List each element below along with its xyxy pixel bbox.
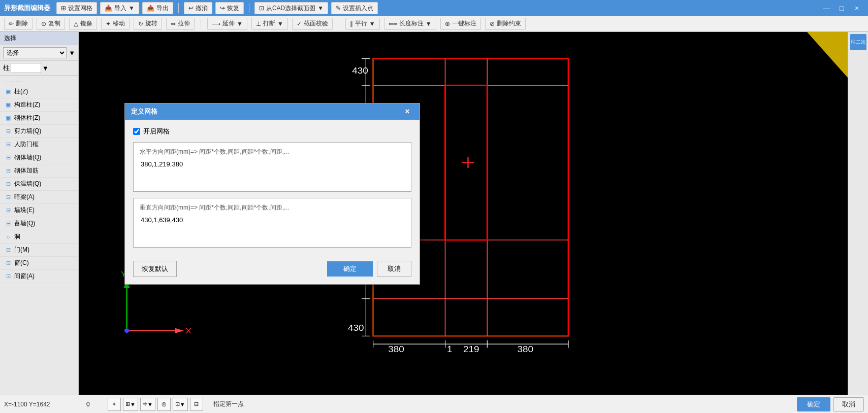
undo-button[interactable]: ↩ 撤消 — [184, 2, 212, 14]
object-snap-button[interactable]: ⊡ ▼ — [173, 398, 188, 411]
move-button[interactable]: ✦ 移动 — [101, 18, 130, 30]
define-grid-dialog: 定义网格 × 开启网格 水平方向间距(mm)=> 间距*个数,间距,间距*个数,… — [124, 103, 420, 285]
stretch-button[interactable]: ⇔ 拉伸 — [166, 18, 195, 30]
svg-text:X: X — [186, 327, 192, 335]
restore-default-button[interactable]: 恢复默认 — [133, 261, 177, 277]
dialog-titlebar: 定义网格 × — [125, 104, 420, 120]
horizontal-input[interactable]: 380,1,219,380 — [140, 159, 405, 185]
status-number: 0 — [86, 401, 102, 408]
mirror-icon: △ — [74, 20, 78, 27]
status-confirm-buttons: 确定 取消 — [797, 397, 864, 411]
sidebar-item-label: 构造柱(Z) — [14, 100, 40, 109]
sidebar-select-row: 选择 ▼ — [0, 45, 78, 61]
cad-icon: ⊡ — [259, 5, 264, 12]
column-input[interactable] — [11, 63, 41, 73]
separator-3 — [201, 19, 201, 29]
rotate-button[interactable]: ↻ 旋转 — [134, 18, 162, 30]
sidebar-item-masonry-reinforce[interactable]: ⊟ 砌体加筋 — [0, 164, 78, 178]
sidebar-item-masonry-wall[interactable]: ⊟ 砌体墙(Q) — [0, 151, 78, 164]
sidebar-item-reservoir-wall[interactable]: ⊟ 蓄墙(Q) — [0, 217, 78, 230]
bottom-confirm-button[interactable]: 确定 — [797, 397, 830, 411]
minimize-button[interactable]: — — [819, 1, 833, 15]
export-button[interactable]: 📤 导出 — [142, 2, 173, 14]
sidebar-header: 选择 — [0, 32, 78, 45]
grid-toggle-button[interactable]: ⊞ ▼ — [123, 398, 138, 411]
sidebar-item-hole[interactable]: ○ 洞 — [0, 230, 78, 244]
move-icon: ✦ — [106, 20, 111, 27]
ortho-arrow: ▼ — [147, 401, 153, 407]
sidebar-item-shear-wall[interactable]: ⊟ 剪力墙(Q) — [0, 125, 78, 138]
check-icon: ✓ — [297, 20, 302, 27]
column-secondary-button[interactable]: 柱二次 — [850, 34, 866, 50]
masonry-icon: ▣ — [4, 114, 12, 122]
sidebar-item-masonry-column[interactable]: ▣ 砌体柱(Z) — [0, 112, 78, 125]
select-dropdown[interactable]: 选择 — [3, 47, 67, 58]
sidebar-item-column[interactable]: ▣ 柱(Z) — [0, 85, 78, 98]
sidebar-item-label: 剪力墙(Q) — [14, 127, 41, 135]
sidebar-item-label: 蓄墙(Q) — [14, 219, 35, 228]
separator-1 — [178, 3, 179, 13]
mirror-button[interactable]: △ 镜像 — [69, 18, 97, 30]
ortho-button[interactable]: ✛ ▼ — [140, 398, 155, 411]
separator-4 — [339, 19, 339, 29]
length-icon: ⟺ — [389, 20, 397, 27]
svg-text:380: 380 — [517, 345, 533, 354]
reinforce-icon: ⊟ — [4, 167, 12, 175]
dots-row: ....... — [0, 76, 78, 85]
copy-button[interactable]: ⊙ 复制 — [37, 18, 65, 30]
dynamic-input-button[interactable]: ⊟ — [190, 398, 203, 411]
reservoir-icon: ⊟ — [4, 220, 12, 228]
sidebar-item-label: 砌体墙(Q) — [14, 153, 41, 162]
parallel-button[interactable]: ∥ 平行 ▼ — [345, 18, 380, 30]
ortho-icon: ✛ — [143, 401, 147, 407]
grid-setup-button[interactable]: ⊞ 设置网格 — [56, 2, 97, 14]
sidebar-item-civil-defense[interactable]: ⊟ 人防门框 — [0, 138, 78, 151]
objsnap-arrow: ▼ — [180, 401, 185, 407]
length-mark-button[interactable]: ⟺ 长度标注 ▼ — [384, 18, 436, 30]
close-button[interactable]: × — [850, 1, 864, 15]
break-arrow-icon: ▼ — [277, 20, 283, 27]
redo-button[interactable]: ↪ 恢复 — [215, 2, 244, 14]
enable-grid-row: 开启网格 — [133, 127, 411, 136]
pier-icon: ⊟ — [4, 206, 12, 215]
import-button[interactable]: 📥 导入 ▼ — [100, 2, 139, 14]
break-button[interactable]: ⊥ 打断 ▼ — [251, 18, 288, 30]
delete-button[interactable]: ✏ 删除 — [4, 18, 33, 30]
svg-text:430: 430 — [348, 323, 364, 333]
svg-text:1: 1 — [447, 345, 453, 354]
sidebar-item-door[interactable]: ⊟ 门(M) — [0, 244, 78, 257]
bottom-cancel-button[interactable]: 取消 — [833, 397, 864, 411]
horizontal-section: 水平方向间距(mm)=> 间距*个数,间距,间距*个数,间距,... 380,1… — [133, 142, 411, 192]
polar-button[interactable]: ◎ — [157, 398, 171, 411]
sidebar-item-insulation-wall[interactable]: ⊟ 保温墙(Q) — [0, 178, 78, 191]
defense-icon: ⊟ — [4, 141, 12, 149]
sidebar-item-label: 洞 — [14, 232, 20, 241]
dialog-ok-button[interactable]: 确定 — [327, 261, 373, 277]
app-container: 异形截面编辑器 ⊞ 设置网格 📥 导入 ▼ 📤 导出 — [0, 0, 868, 413]
maximize-button[interactable]: □ — [834, 1, 849, 15]
one-key-mark-button[interactable]: ⊕ 一键标注 — [440, 18, 481, 30]
dyninput-icon: ⊟ — [194, 401, 199, 407]
sidebar-item-hidden-beam[interactable]: ⊟ 暗梁(A) — [0, 191, 78, 204]
app-title: 异形截面编辑器 — [4, 4, 50, 13]
top-toolbar: 异形截面编辑器 ⊞ 设置网格 📥 导入 ▼ 📤 导出 — [0, 0, 868, 32]
dialog-cancel-button[interactable]: 取消 — [377, 261, 411, 277]
enable-grid-checkbox[interactable] — [133, 128, 140, 135]
dialog-close-button[interactable]: × — [401, 106, 413, 118]
delete-constraint-button[interactable]: ⊘ 删除约束 — [485, 18, 526, 30]
vertical-input[interactable]: 430,1,639,430 — [140, 215, 405, 240]
sidebar-item-label: 窗(C) — [14, 259, 29, 267]
sidebar-item-inter-window[interactable]: ⊡ 间窗(A) — [0, 270, 78, 283]
sidebar-item-construct-column[interactable]: ▣ 构造柱(Z) — [0, 98, 78, 112]
section-check-button[interactable]: ✓ 截面校验 — [292, 18, 333, 30]
sidebar-item-wall-pier[interactable]: ⊟ 墙垛(E) — [0, 204, 78, 217]
set-insert-button[interactable]: ✎ 设置插入点 — [331, 2, 378, 14]
rotate-icon: ↻ — [138, 20, 143, 27]
svg-text:380: 380 — [388, 345, 404, 354]
extend-button[interactable]: ⟶ 延伸 ▼ — [207, 18, 247, 30]
enable-grid-label: 开启网格 — [143, 127, 170, 136]
sidebar-item-window[interactable]: ⊡ 窗(C) — [0, 257, 78, 270]
snap-button[interactable]: ⌖ — [108, 398, 121, 411]
polar-icon: ◎ — [162, 401, 167, 407]
from-cad-button[interactable]: ⊡ 从CAD选择截面图 ▼ — [254, 2, 328, 14]
